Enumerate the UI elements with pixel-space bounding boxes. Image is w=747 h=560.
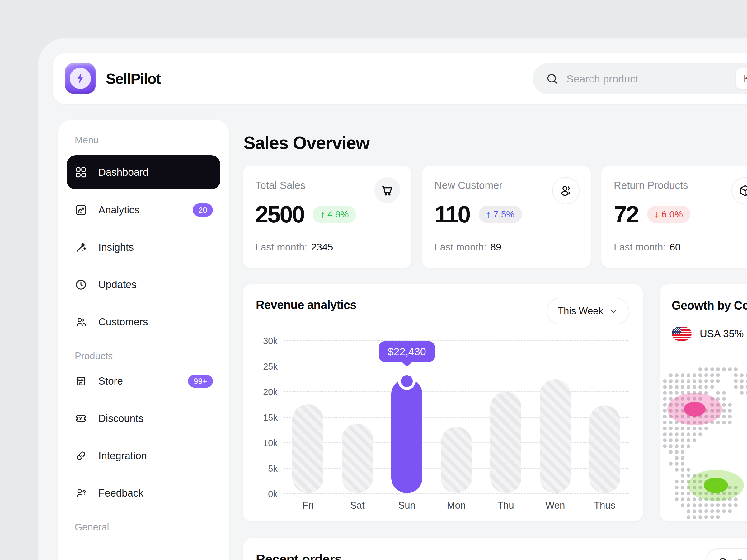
count-badge: 20 [193, 204, 213, 216]
stat-card-total-sales: Total Sales2500↑4.9%Last month:2345 [243, 166, 411, 268]
y-tick-label: 20k [263, 387, 278, 397]
search-icon [717, 557, 729, 560]
revenue-analytics-card: Revenue analytics This Week 30k25k20k15k… [243, 284, 643, 522]
gridline: 0k [283, 493, 629, 494]
link-icon [75, 450, 87, 462]
top-header: SellPilot Search product K [53, 53, 747, 104]
page-title: Sales Overview [243, 132, 369, 153]
stat-delta-badge: ↑4.9% [313, 206, 356, 223]
bar-slot-fri: Fri [283, 340, 333, 493]
bar-fri[interactable] [292, 404, 324, 493]
chevron-down-icon [609, 306, 618, 316]
storefront-icon [75, 375, 87, 387]
bar-thu[interactable] [490, 392, 521, 493]
bar-wen[interactable] [540, 379, 571, 493]
stat-last-month: Last month:60 [614, 241, 681, 253]
recent-orders-title: Recent orders [256, 552, 342, 560]
sidebar-item-integration[interactable]: Integration [67, 437, 221, 475]
analytics-chart-icon [75, 204, 87, 216]
world-map-dots [663, 367, 747, 520]
highlight-dot [398, 372, 415, 390]
sidebar-item-label: Discounts [98, 412, 144, 424]
date-range-dropdown[interactable]: This Week [546, 298, 629, 324]
stat-title: Return Products [614, 180, 747, 191]
map-highlight-north-america-core [684, 402, 705, 417]
user-question-icon [75, 487, 87, 499]
arrow-down-icon: ↓ [654, 210, 659, 219]
keyboard-shortcut-badge: K [736, 69, 747, 89]
app-logo [65, 63, 96, 94]
lightning-bolt-icon [70, 68, 91, 89]
date-range-label: This Week [558, 305, 603, 317]
stats-row: Total Sales2500↑4.9%Last month:2345New C… [243, 166, 747, 268]
x-axis-label: Sat [333, 500, 382, 511]
users-icon [75, 316, 87, 328]
y-tick-label: 0k [268, 489, 278, 499]
bar-mon[interactable] [441, 427, 472, 493]
count-badge: 99+ [188, 375, 213, 388]
orders-search-label: Search [737, 557, 747, 560]
sidebar-item-label: Integration [98, 450, 147, 462]
country-legend: USA 35% [672, 327, 747, 341]
y-tick-label: 10k [263, 438, 278, 448]
search-icon [546, 73, 558, 85]
chart-tooltip: $22,430 [379, 341, 435, 362]
stat-last-month: Last month:2345 [255, 241, 333, 253]
sidebar-item-label: Feedback [98, 487, 144, 499]
sidebar-item-customers[interactable]: Customers [67, 303, 221, 341]
brand-title: SellPilot [106, 70, 161, 87]
x-axis-label: Thus [580, 500, 629, 511]
stat-value: 2500 [255, 201, 304, 228]
dashboard-grid-icon [75, 166, 87, 179]
sidebar-sections: MenuDashboardAnalytics20InsightsUpdatesC… [67, 134, 221, 534]
sidebar-item-label: Customers [98, 316, 148, 328]
sidebar-item-updates[interactable]: Updates [67, 266, 221, 303]
shopping-cart-icon [374, 177, 400, 203]
user-arrows-icon [552, 177, 579, 205]
sidebar-item-feedback[interactable]: Feedback [67, 475, 221, 512]
orders-search-input[interactable]: Search [705, 548, 747, 560]
bar-slot-thu: Thu [481, 340, 531, 493]
sidebar-item-analytics[interactable]: Analytics20 [67, 191, 221, 229]
stat-card-new-customer: New Customer110↑7.5%Last month:89 [422, 166, 591, 268]
sidebar-section-label-menu: Menu [67, 134, 221, 146]
bar-sat[interactable] [342, 424, 373, 493]
growth-card-title: Geowth by Country [672, 299, 747, 312]
ticket-percent-icon [75, 412, 87, 425]
stat-value: 72 [614, 201, 638, 228]
x-axis-label: Fri [283, 500, 333, 511]
stat-delta-badge: ↓6.0% [647, 206, 690, 223]
sidebar-item-label: Store [98, 375, 123, 387]
arrow-up-icon: ↑ [320, 210, 325, 219]
x-axis-label: Mon [432, 500, 481, 511]
bar-slot-sat: Sat [333, 340, 382, 493]
arrow-up-icon: ↑ [486, 210, 491, 219]
y-tick-label: 30k [263, 336, 278, 346]
sidebar-item-discounts[interactable]: Discounts [67, 400, 221, 437]
bar-slot-wen: Wen [531, 340, 580, 493]
sidebar-section-label-general: General [67, 521, 221, 534]
bar-slot-thus: Thus [580, 340, 629, 493]
sidebar-item-label: Dashboard [98, 166, 149, 178]
search-input[interactable]: Search product K [533, 63, 747, 94]
sidebar-section-label-products: Products [67, 350, 221, 363]
revenue-bar-chart: 30k25k20k15k10k5k0k FriSatSun$22,430MonT… [283, 340, 629, 493]
growth-by-country-card: Geowth by Country [660, 284, 747, 522]
sidebar-item-label: Updates [98, 279, 137, 291]
bar-thus[interactable] [589, 405, 620, 493]
map-highlight-south-america-core [704, 478, 728, 493]
search-placeholder: Search product [566, 73, 638, 85]
stat-value: 110 [435, 201, 470, 228]
country-share-label: USA 35% [700, 328, 744, 340]
bar-sun[interactable] [391, 379, 422, 493]
bar-slot-sun: Sun$22,430 [382, 340, 432, 493]
usa-flag-icon [672, 327, 692, 341]
x-axis-label: Sun [382, 500, 432, 511]
stat-delta-badge: ↑7.5% [479, 206, 522, 223]
sidebar-item-store[interactable]: Store99+ [67, 363, 221, 400]
sidebar-item-insights[interactable]: Insights [67, 229, 221, 266]
y-tick-label: 25k [263, 362, 278, 372]
y-tick-label: 5k [268, 463, 278, 474]
sidebar-item-dashboard[interactable]: Dashboard [67, 155, 221, 189]
revenue-card-title: Revenue analytics [256, 298, 356, 312]
